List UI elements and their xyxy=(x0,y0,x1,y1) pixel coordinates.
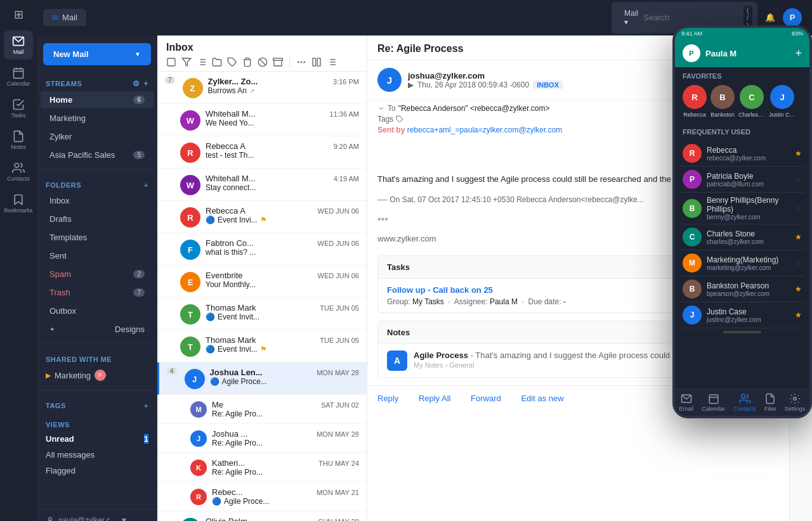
folders-add-icon[interactable]: + xyxy=(144,181,148,189)
delete-icon[interactable] xyxy=(242,57,252,67)
mail-item[interactable]: M Me SAT JUN 02 Re: Agile Pro... xyxy=(157,395,367,424)
archive-icon[interactable] xyxy=(273,57,283,67)
nav-sent[interactable]: Sent xyxy=(41,247,154,264)
mail-item-content: Olivia Palm... SUN MAY 20 Hi Rebecca ... xyxy=(206,517,359,521)
mail-tab[interactable]: ✉ Mail xyxy=(43,9,86,26)
shared-marketing[interactable]: ▶ Marketing P xyxy=(37,366,157,385)
fav-name: Bankston xyxy=(710,112,735,118)
mobile-add-button[interactable]: + xyxy=(795,47,802,60)
mail-item[interactable]: W Whitehall M... 4:19 AM Stay connect... xyxy=(157,169,367,201)
fav-item-justin[interactable]: J Justin Cave xyxy=(769,85,796,118)
mail-list-panel: Inbox xyxy=(157,35,367,521)
fav-item-charles[interactable]: C Charles St... xyxy=(738,85,765,118)
mail-item[interactable]: 7 Z Zylker... Zo... 3:16 PM Burrows An ↗ xyxy=(157,72,367,104)
mail-item[interactable]: R Rebecca A 9:20 AM test - test Th... xyxy=(157,136,367,169)
contact-star[interactable]: ☆ xyxy=(795,175,802,184)
mobile-footer: Email Calendar Contacts Files Settings xyxy=(675,389,809,416)
contact-star[interactable]: ★ xyxy=(795,233,802,241)
mobile-footer-email[interactable]: Email xyxy=(679,393,694,412)
nav-zylker[interactable]: Zylker xyxy=(41,128,154,145)
forward-button[interactable]: Forward xyxy=(471,394,501,403)
sidebar-nav-mail[interactable]: Mail xyxy=(4,30,33,60)
sidebar-nav-calendar[interactable]: Calendar xyxy=(4,62,33,91)
nav-drafts[interactable]: Drafts xyxy=(41,210,154,228)
mobile-contact-item[interactable]: J Justin Case justinc@zylker.com ★ xyxy=(680,302,804,328)
block-icon[interactable] xyxy=(258,57,268,67)
nav-home[interactable]: Home 6 xyxy=(41,91,154,108)
mail-item[interactable]: F Fabtron Co... WED JUN 06 what is this?… xyxy=(157,233,367,266)
left-panel: New Mail ▼ STREAMS ⚙ + Home 6 Marketing xyxy=(37,35,157,521)
mail-item[interactable]: T Thomas Mark TUE JUN 05 🔵 Event Invit..… xyxy=(157,298,367,330)
mobile-contact-item[interactable]: B Bankston Pearson bpearson@zylker.com ★ xyxy=(680,276,804,302)
grid-icon[interactable]: ⊞ xyxy=(14,8,23,22)
reply-button[interactable]: Reply xyxy=(377,394,398,403)
contact-name: Benny Phillips(Benny Phillips) xyxy=(707,196,790,214)
tag-icon[interactable] xyxy=(227,57,237,67)
sort-icon[interactable] xyxy=(197,57,207,67)
list-icon[interactable] xyxy=(327,57,337,67)
checkbox-icon[interactable] xyxy=(166,57,176,67)
mobile-contact-item[interactable]: R Rebecca rebecca@zylker.com ★ xyxy=(680,141,804,167)
sender-avatar: M xyxy=(190,401,207,418)
nav-templates[interactable]: Templates xyxy=(41,229,154,246)
user-avatar[interactable]: P xyxy=(783,8,802,27)
sender-avatar: K xyxy=(190,460,207,476)
search-input[interactable] xyxy=(643,13,738,22)
edit-as-new-button[interactable]: Edit as new xyxy=(521,394,563,403)
nav-inbox[interactable]: Inbox xyxy=(41,192,154,209)
mail-item[interactable]: T Thomas Mark TUE JUN 05 🔵 Event Invi...… xyxy=(157,330,367,363)
mobile-footer-settings[interactable]: Settings xyxy=(785,393,806,412)
sidebar-nav-notes[interactable]: Notes xyxy=(4,125,33,155)
fav-item-bankston[interactable]: B Bankston xyxy=(710,85,735,118)
mail-item-selected[interactable]: 4 J Joshua Len... MON MAY 28 🔵 Agile Pro… xyxy=(157,363,367,395)
contact-star[interactable]: ★ xyxy=(795,311,802,319)
user-account[interactable]: paula@zylker.c... ▼ xyxy=(37,509,157,521)
mail-item[interactable]: R Rebecca A WED JUN 06 🔵 Event Invi... ⚑ xyxy=(157,201,367,233)
nav-designs[interactable]: ✦ Designs xyxy=(41,321,154,338)
filter-icon[interactable] xyxy=(181,57,192,67)
more-icon[interactable] xyxy=(296,57,306,67)
streams-settings-icon[interactable]: ⚙ xyxy=(133,79,140,88)
streams-section: STREAMS ⚙ + xyxy=(37,73,157,91)
mobile-contact-item[interactable]: C Charles Stone charles@zylker.com ★ xyxy=(680,224,804,250)
nav-asia[interactable]: Asia Pacific Sales 5 xyxy=(41,146,154,164)
mobile-contact-item[interactable]: B Benny Phillips(Benny Phillips) benny@z… xyxy=(680,193,804,224)
mail-item[interactable]: W Whitehall M... 11:36 AM We Need Yo... xyxy=(157,104,367,136)
mail-item[interactable]: R Rebec... MON MAY 21 🔵 Agile Proce... xyxy=(157,482,367,511)
view-flagged[interactable]: Flagged xyxy=(37,463,157,479)
mail-item[interactable]: E Eventbrite WED JUN 06 Your Monthly... xyxy=(157,266,367,298)
mail-sender: Whitehall M... xyxy=(206,109,256,119)
nav-spam[interactable]: Spam 2 xyxy=(41,266,154,283)
search-scope-label[interactable]: Mail ▾ xyxy=(624,9,638,27)
tags-add-icon[interactable]: + xyxy=(144,402,148,409)
mobile-footer-contacts[interactable]: Contacts xyxy=(733,393,756,412)
mobile-contact-item[interactable]: M Marketing(Marketing) marketing@zylker.… xyxy=(680,250,804,276)
reply-all-button[interactable]: Reply All xyxy=(419,394,451,403)
mail-item[interactable]: J Joshua ... MON MAY 28 Re: Agile Pro... xyxy=(157,424,367,453)
contact-star[interactable]: ☆ xyxy=(795,259,802,267)
sidebar-nav-bookmarks[interactable]: Bookmarks xyxy=(4,189,33,218)
notification-icon[interactable]: 🔔 xyxy=(765,13,775,22)
sent-by-email[interactable]: rebecca+aml_=paula=zylker.com@zylker.com xyxy=(407,125,563,134)
folder-icon[interactable] xyxy=(212,57,222,67)
nav-trash[interactable]: Trash 7 xyxy=(41,284,154,301)
new-mail-button[interactable]: New Mail ▼ xyxy=(43,43,151,65)
contact-star[interactable]: ★ xyxy=(795,149,802,158)
nav-marketing[interactable]: Marketing xyxy=(41,110,154,127)
contact-star[interactable]: ☆ xyxy=(795,204,802,213)
split-icon[interactable] xyxy=(311,57,322,67)
streams-add-icon[interactable]: + xyxy=(143,79,148,88)
expand-meta-icon[interactable] xyxy=(377,105,385,112)
nav-outbox[interactable]: Outbox xyxy=(41,302,154,319)
mobile-footer-calendar[interactable]: Calendar xyxy=(702,393,725,412)
contact-star[interactable]: ★ xyxy=(795,285,802,293)
mobile-contact-item[interactable]: P Patricia Boyle patriciab@lllum.com ☆ xyxy=(680,167,804,193)
sidebar-nav-contacts[interactable]: Contacts xyxy=(4,157,33,186)
mobile-footer-files[interactable]: Files xyxy=(764,393,776,412)
view-all-messages[interactable]: All messages xyxy=(37,447,157,463)
mail-item[interactable]: O Olivia Palm... SUN MAY 20 Hi Rebecca .… xyxy=(157,511,367,521)
mail-item[interactable]: K Katheri... THU MAY 24 Re: Agile Pro... xyxy=(157,453,367,482)
sidebar-nav-tasks[interactable]: Tasks xyxy=(4,94,33,123)
view-unread[interactable]: Unread 1 xyxy=(37,431,157,447)
fav-item-rebecca[interactable]: R Rebecca xyxy=(683,85,707,118)
